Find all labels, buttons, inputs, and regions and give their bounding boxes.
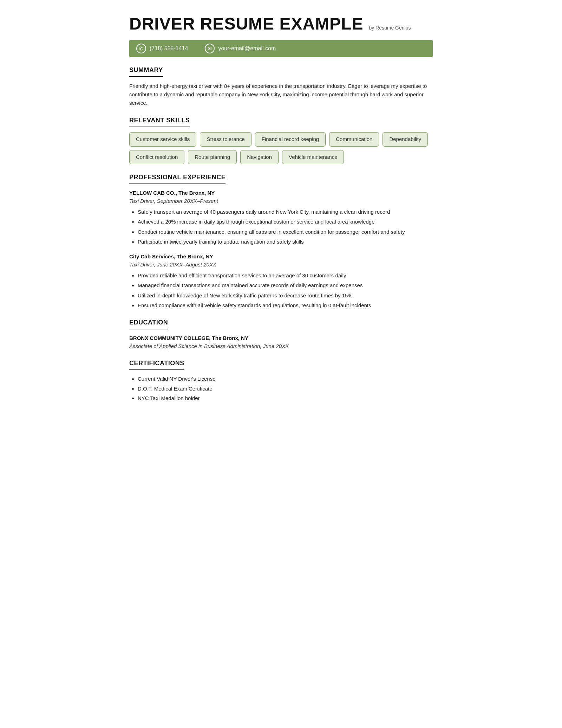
skill-badge: Dependability: [383, 132, 428, 147]
contact-email: ✉ your-email@email.com: [205, 44, 276, 53]
skill-badge: Route planning: [188, 150, 237, 165]
summary-section: SUMMARY Friendly and high-energy taxi dr…: [129, 65, 433, 107]
education-entry: BRONX COMMUNITY COLLEGE, The Bronx, NY A…: [129, 334, 433, 350]
summary-heading: SUMMARY: [129, 65, 163, 77]
job-company: YELLOW CAB CO., The Bronx, NY: [129, 189, 433, 197]
resume-page: DRIVER RESUME EXAMPLE by Resume Genius ✆…: [112, 0, 450, 428]
list-item: Safely transport an average of 40 passen…: [138, 208, 433, 216]
certifications-heading: CERTIFICATIONS: [129, 359, 184, 370]
list-item: Ensured compliance with all vehicle safe…: [138, 301, 433, 309]
skill-badge: Customer service skills: [129, 132, 196, 147]
list-item: Utilized in-depth knowledge of New York …: [138, 291, 433, 299]
job-title: Taxi Driver, June 20XX–August 20XX: [129, 261, 433, 269]
list-item: Participate in twice-yearly training to …: [138, 238, 433, 246]
phone-number: (718) 555-1414: [150, 44, 188, 53]
list-item: Achieved a 20% increase in daily tips th…: [138, 218, 433, 226]
skill-badge: Communication: [329, 132, 379, 147]
job-bullets: Safely transport an average of 40 passen…: [129, 208, 433, 246]
list-item: Conduct routine vehicle maintenance, ens…: [138, 228, 433, 236]
degree-name: Associate of Applied Science in Business…: [129, 342, 433, 350]
list-item: Current Valid NY Driver's License: [138, 375, 433, 383]
school-name: BRONX COMMUNITY COLLEGE, The Bronx, NY: [129, 334, 433, 342]
skill-badge: Vehicle maintenance: [282, 150, 344, 165]
email-address: your-email@email.com: [218, 44, 276, 53]
job-entry: City Cab Services, The Bronx, NYTaxi Dri…: [129, 253, 433, 309]
contact-bar: ✆ (718) 555-1414 ✉ your-email@email.com: [129, 40, 433, 57]
job-entry: YELLOW CAB CO., The Bronx, NYTaxi Driver…: [129, 189, 433, 246]
experience-section: PROFESSIONAL EXPERIENCE YELLOW CAB CO., …: [129, 173, 433, 309]
education-section: EDUCATION BRONX COMMUNITY COLLEGE, The B…: [129, 318, 433, 350]
summary-text: Friendly and high-energy taxi driver wit…: [129, 82, 433, 107]
skills-section: RELEVANT SKILLS Customer service skillsS…: [129, 116, 433, 164]
byline: by Resume Genius: [369, 24, 411, 32]
jobs-container: YELLOW CAB CO., The Bronx, NYTaxi Driver…: [129, 189, 433, 309]
list-item: Provided reliable and efficient transpor…: [138, 271, 433, 279]
job-title: Taxi Driver, September 20XX–Present: [129, 197, 433, 205]
job-bullets: Provided reliable and efficient transpor…: [129, 271, 433, 309]
education-heading: EDUCATION: [129, 318, 168, 329]
list-item: Managed financial transactions and maint…: [138, 281, 433, 289]
contact-phone: ✆ (718) 555-1414: [136, 44, 188, 53]
list-item: NYC Taxi Medallion holder: [138, 394, 433, 402]
email-icon: ✉: [205, 44, 215, 53]
main-title: DRIVER RESUME EXAMPLE: [129, 11, 363, 37]
certifications-section: CERTIFICATIONS Current Valid NY Driver's…: [129, 359, 433, 402]
phone-icon: ✆: [136, 44, 146, 53]
skills-heading: RELEVANT SKILLS: [129, 116, 190, 127]
experience-heading: PROFESSIONAL EXPERIENCE: [129, 173, 226, 184]
list-item: D.O.T. Medical Exam Certificate: [138, 385, 433, 393]
skill-badge: Financial record keeping: [255, 132, 326, 147]
skill-badge: Stress tolerance: [200, 132, 251, 147]
certifications-list: Current Valid NY Driver's LicenseD.O.T. …: [129, 375, 433, 402]
skills-grid: Customer service skillsStress toleranceF…: [129, 132, 433, 164]
job-company: City Cab Services, The Bronx, NY: [129, 253, 433, 261]
header-title-row: DRIVER RESUME EXAMPLE by Resume Genius: [129, 11, 433, 37]
skill-badge: Navigation: [240, 150, 279, 165]
skill-badge: Conflict resolution: [129, 150, 184, 165]
